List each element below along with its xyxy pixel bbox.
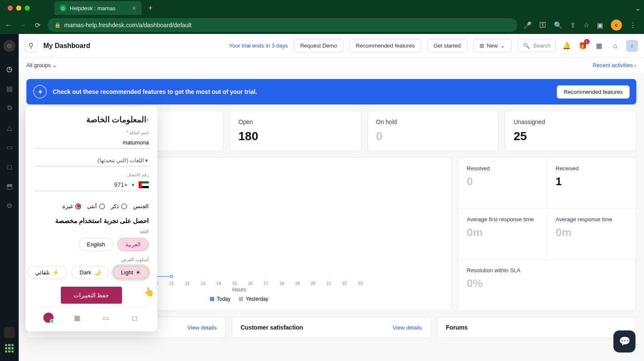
nav-admin-icon[interactable]: ⚙ [4,200,14,211]
close-tab-icon[interactable]: ✕ [132,5,136,11]
lang-arabic-chip[interactable]: العربية [117,238,149,251]
grid-icon[interactable]: ▦ [72,313,82,323]
share-icon[interactable]: ⇧ [570,21,576,29]
back-button[interactable]: ← [4,21,13,29]
window-controls[interactable] [3,6,34,11]
overlay-title: المعلومات الخاصة [34,115,146,124]
get-started-button[interactable]: Get started [427,39,467,52]
calendar-icon[interactable]: ▦ [594,41,604,51]
nav-forums-icon[interactable]: ◻ [4,161,14,172]
svg-text:22: 22 [342,281,347,286]
side-stats-panel: Resolved 0 Received 1 Average first resp… [458,157,636,311]
notifications-icon[interactable]: 🔔 [562,41,572,51]
svg-text:11: 11 [169,281,174,286]
compass-icon: ✦ [33,85,47,99]
profile-avatar[interactable]: c [611,20,622,31]
nav-analytics-icon[interactable]: ⬒ [4,181,14,191]
apps-grid-icon[interactable] [5,344,14,353]
filter-button[interactable]: ⚲ [25,39,37,52]
svg-text:12: 12 [185,281,190,286]
view-details-link[interactable]: View details [393,324,422,331]
zoom-icon[interactable]: 🔍 [554,21,562,29]
experience-section-title: احصل على تجربة استخدام مخصصة [34,217,149,225]
svg-text:14: 14 [216,281,221,286]
plus-icon: ⊞ [479,42,484,49]
app-logo[interactable]: ⊙ [3,40,15,52]
side-stat-first-response[interactable]: Average first response time 0m [458,209,547,259]
recommended-features-button[interactable]: Recommended features [349,39,421,52]
favicon: ⊙ [60,5,66,11]
stat-card-unassigned[interactable]: Unassigned 25 [505,110,636,151]
reload-button[interactable]: ⟳ [33,21,42,29]
menu-icon[interactable]: ⋮ [630,21,636,29]
marketplace-icon[interactable]: ⌂ [610,41,620,51]
forward-button[interactable]: → [19,21,27,29]
gift-icon[interactable]: 🎁1 [578,41,588,51]
chevron-down-icon: ⌄ [52,62,57,68]
chat-fab-button[interactable]: 💬 [613,330,635,353]
nav-tickets-icon[interactable]: ▤ [4,83,14,93]
trial-notice[interactable]: Your trial ends in 3 days [229,42,288,49]
theme-dark-chip[interactable]: Dark 🌙 [71,266,108,279]
bookmark-icon[interactable]: ☆ [583,21,589,29]
sub-bar: All groups ⌄ Recent activities › [19,58,644,73]
gender-other-option[interactable]: غيره [62,203,81,209]
svg-text:17: 17 [264,281,269,286]
save-button[interactable]: حفظ التغييرات [61,287,122,304]
new-tab-button[interactable]: + [148,4,153,13]
svg-text:19: 19 [295,281,300,286]
groups-dropdown[interactable]: All groups ⌄ [26,62,57,68]
banner-text: Check out these recommended features to … [53,88,257,95]
key-icon[interactable]: ⚿ [539,21,546,29]
bottom-card-forums[interactable]: Forums [437,317,636,338]
nav-chat-icon[interactable] [4,327,15,338]
new-button[interactable]: ⊞ New ⌄ [473,39,511,52]
recent-activities-link[interactable]: Recent activities › [593,62,636,68]
stat-card-on-hold[interactable]: On hold 0 [367,110,499,151]
side-stat-avg-response[interactable]: Average response time 0m [547,209,636,259]
phone-label: رقم الاتصال [34,172,149,177]
lang-english-chip[interactable]: English [79,238,113,251]
side-stat-sla[interactable]: Resolution within SLA 0% [458,259,636,310]
card-icon[interactable]: ▭ [101,313,111,323]
view-details-link[interactable]: View details [187,324,217,331]
family-name-input[interactable] [34,137,149,149]
sun-icon: ☀ [136,269,141,276]
gender-male-option[interactable]: ذكر [111,203,127,209]
browser-tab[interactable]: ⊙ Helpdesk : mamas ✕ [54,1,142,15]
nav-dashboard-icon[interactable]: ◷ [4,64,14,74]
svg-text:18: 18 [279,281,284,286]
bottom-card-csat[interactable]: Customer satisfaction View details [232,317,431,338]
banner-cta-button[interactable]: Recommended features [557,85,630,99]
languages-select[interactable]: ▼ اللغات (التي تتحدثها) [34,155,149,166]
footer-avatar[interactable] [43,313,54,323]
nav-solutions-icon[interactable]: ▭ [4,142,14,152]
lock-icon: 🔒 [54,22,61,28]
search-icon: 🔍 [523,42,530,49]
nav-social-icon[interactable]: △ [4,122,14,133]
page-title: My Dashboard [43,42,90,50]
gender-radio-group: الجنس ذكر أنثى غيره [34,203,149,209]
side-stat-received[interactable]: Received 1 [547,158,636,209]
theme-auto-chip[interactable]: تلقائي ⚡ [27,266,67,279]
stat-card-open[interactable]: Open 180 [230,110,361,151]
gender-female-option[interactable]: أنثى [87,203,105,209]
back-chevron-icon[interactable]: ‹ [146,115,149,124]
mic-icon[interactable]: 🎤 [523,21,532,29]
extensions-icon[interactable]: ▣ [597,21,603,29]
window-icon[interactable]: ◻ [129,313,139,323]
nav-contacts-icon[interactable]: ⧉ [4,103,14,113]
side-stat-resolved[interactable]: Resolved 0 [458,158,547,209]
request-demo-button[interactable]: Request Demo [294,39,343,52]
uae-flag-icon [139,181,149,188]
chevron-down-icon[interactable]: ▼ [131,183,135,187]
theme-light-chip[interactable]: Light ☀ [113,266,149,279]
tab-dropdown-icon[interactable]: ⌄ [635,4,641,12]
phone-input[interactable]: ▼ +971 [34,179,149,191]
search-input[interactable]: 🔍 Search [517,39,556,52]
bolt-icon: ⚡ [52,269,59,276]
side-nav: ⊙ ◷ ▤ ⧉ △ ▭ ◻ ⬒ ⚙ [0,34,19,361]
user-avatar[interactable]: c [626,40,638,52]
cursor-icon: 👆 [144,287,154,297]
address-bar[interactable]: 🔒 mamas-help.freshdesk.com/a/dashboard/d… [48,18,517,32]
